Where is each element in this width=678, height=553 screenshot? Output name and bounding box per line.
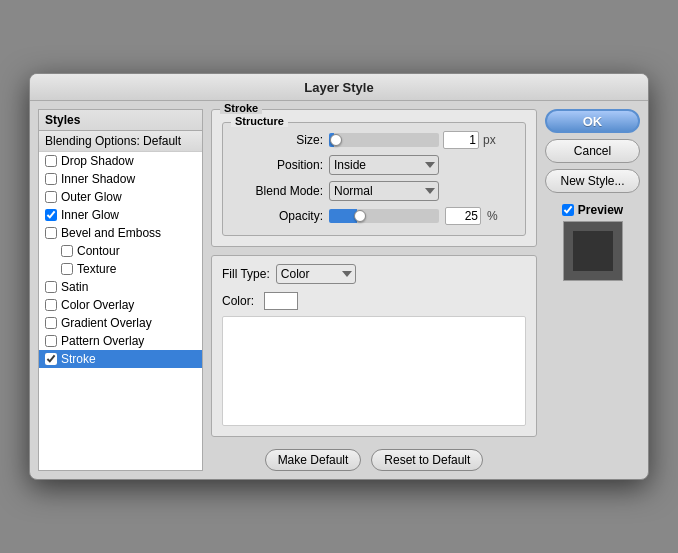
stroke-checkbox[interactable]: [45, 353, 57, 365]
bevel-emboss-checkbox[interactable]: [45, 227, 57, 239]
reset-to-default-button[interactable]: Reset to Default: [371, 449, 483, 471]
sidebar-item-pattern-overlay[interactable]: Pattern Overlay: [39, 332, 202, 350]
fill-type-label: Fill Type:: [222, 267, 270, 281]
fill-type-select[interactable]: Color Gradient Pattern: [276, 264, 356, 284]
left-panel: Styles Blending Options: Default Drop Sh…: [38, 109, 203, 471]
texture-label: Texture: [77, 262, 116, 276]
satin-label: Satin: [61, 280, 88, 294]
cancel-button[interactable]: Cancel: [545, 139, 640, 163]
color-row: Color:: [222, 292, 526, 310]
pattern-overlay-checkbox[interactable]: [45, 335, 57, 347]
preview-label-row: Preview: [562, 203, 623, 217]
color-label: Color:: [222, 294, 254, 308]
contour-checkbox[interactable]: [61, 245, 73, 257]
layer-style-dialog: Layer Style Styles Blending Options: Def…: [29, 73, 649, 480]
sidebar-item-contour[interactable]: Contour: [39, 242, 202, 260]
dialog-title: Layer Style: [30, 74, 648, 101]
preview-inner: [573, 231, 613, 271]
contour-label: Contour: [77, 244, 120, 258]
opacity-slider[interactable]: [329, 209, 439, 223]
inner-glow-label: Inner Glow: [61, 208, 119, 222]
opacity-label: Opacity:: [233, 209, 323, 223]
sidebar-item-blending-options[interactable]: Blending Options: Default: [39, 131, 202, 152]
outer-glow-label: Outer Glow: [61, 190, 122, 204]
stroke-label: Stroke: [61, 352, 96, 366]
stroke-section: Stroke Structure Size: 1 px Pos: [211, 109, 537, 247]
sidebar-item-satin[interactable]: Satin: [39, 278, 202, 296]
inner-glow-checkbox[interactable]: [45, 209, 57, 221]
position-row: Position: Inside Outside Center: [233, 155, 515, 175]
make-default-button[interactable]: Make Default: [265, 449, 362, 471]
right-panel: OK Cancel New Style... Preview: [545, 109, 640, 471]
sidebar-item-drop-shadow[interactable]: Drop Shadow: [39, 152, 202, 170]
ok-button[interactable]: OK: [545, 109, 640, 133]
styles-header: Styles: [38, 109, 203, 130]
bevel-emboss-label: Bevel and Emboss: [61, 226, 161, 240]
new-style-button[interactable]: New Style...: [545, 169, 640, 193]
size-slider[interactable]: [329, 133, 439, 147]
sidebar-item-texture[interactable]: Texture: [39, 260, 202, 278]
action-buttons-row: Make Default Reset to Default: [211, 449, 537, 471]
gradient-overlay-checkbox[interactable]: [45, 317, 57, 329]
preview-checkbox[interactable]: [562, 204, 574, 216]
size-input[interactable]: 1: [443, 131, 479, 149]
sidebar-item-outer-glow[interactable]: Outer Glow: [39, 188, 202, 206]
inner-shadow-checkbox[interactable]: [45, 173, 57, 185]
preview-text: Preview: [578, 203, 623, 217]
preview-section: Preview: [545, 203, 640, 281]
color-swatch[interactable]: [264, 292, 298, 310]
main-panel: Stroke Structure Size: 1 px Pos: [211, 109, 537, 471]
size-label: Size:: [233, 133, 323, 147]
fill-content-area: [222, 316, 526, 426]
sidebar-item-inner-shadow[interactable]: Inner Shadow: [39, 170, 202, 188]
sidebar-item-color-overlay[interactable]: Color Overlay: [39, 296, 202, 314]
blend-mode-row: Blend Mode: Normal Dissolve Multiply Scr…: [233, 181, 515, 201]
sidebar-item-stroke[interactable]: Stroke: [39, 350, 202, 368]
size-unit: px: [483, 133, 496, 147]
satin-checkbox[interactable]: [45, 281, 57, 293]
stroke-section-label: Stroke: [220, 102, 262, 114]
blend-mode-label: Blend Mode:: [233, 184, 323, 198]
sidebar-item-gradient-overlay[interactable]: Gradient Overlay: [39, 314, 202, 332]
sidebar-item-inner-glow[interactable]: Inner Glow: [39, 206, 202, 224]
fill-type-section: Fill Type: Color Gradient Pattern Color:: [211, 255, 537, 437]
opacity-input[interactable]: 25: [445, 207, 481, 225]
sidebar-item-bevel-emboss[interactable]: Bevel and Emboss: [39, 224, 202, 242]
inner-shadow-label: Inner Shadow: [61, 172, 135, 186]
preview-box: [563, 221, 623, 281]
color-overlay-checkbox[interactable]: [45, 299, 57, 311]
fill-type-row: Fill Type: Color Gradient Pattern: [222, 264, 526, 284]
styles-list: Blending Options: Default Drop Shadow In…: [38, 130, 203, 471]
color-overlay-label: Color Overlay: [61, 298, 134, 312]
drop-shadow-checkbox[interactable]: [45, 155, 57, 167]
opacity-unit: %: [487, 209, 498, 223]
position-select[interactable]: Inside Outside Center: [329, 155, 439, 175]
size-row: Size: 1 px: [233, 131, 515, 149]
structure-section-label: Structure: [231, 115, 288, 127]
pattern-overlay-label: Pattern Overlay: [61, 334, 144, 348]
opacity-row: Opacity: 25 %: [233, 207, 515, 225]
drop-shadow-label: Drop Shadow: [61, 154, 134, 168]
gradient-overlay-label: Gradient Overlay: [61, 316, 152, 330]
texture-checkbox[interactable]: [61, 263, 73, 275]
blend-mode-select[interactable]: Normal Dissolve Multiply Screen: [329, 181, 439, 201]
outer-glow-checkbox[interactable]: [45, 191, 57, 203]
position-label: Position:: [233, 158, 323, 172]
